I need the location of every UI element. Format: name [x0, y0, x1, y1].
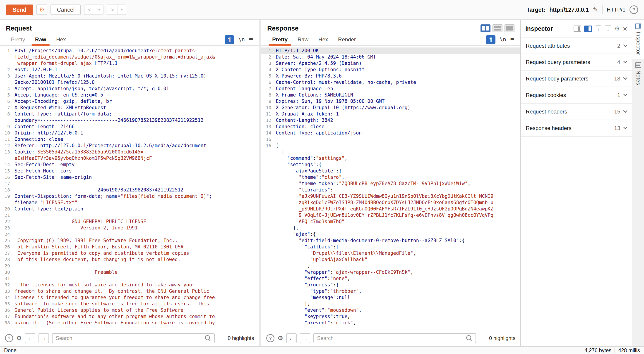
code-line[interactable]: 3Server: Apache/2.4.59 (Debian) — [261, 60, 520, 66]
edit-target-icon[interactable]: ✎ — [593, 6, 598, 13]
tab-request-pretty[interactable]: Pretty — [6, 34, 30, 45]
search-help-icon[interactable]: ? — [266, 334, 274, 342]
newline-toggle-button[interactable]: \n — [500, 36, 506, 43]
code-line[interactable]: "theme":"claro", — [261, 174, 520, 180]
code-line[interactable]: zqRlkgDdlcFWZoISJP8-ZM40dBBQoOrbX7DYsLJ2… — [261, 199, 520, 206]
code-line[interactable]: 35software--to make sure the software is… — [0, 301, 259, 307]
code-line[interactable]: 3User-Agent: Mozilla/5.0 (Macintosh; Int… — [0, 73, 259, 79]
code-line[interactable]: 11Connection: close — [0, 136, 259, 142]
code-line[interactable]: "edit-field-media-document-0-remove-butt… — [261, 237, 520, 244]
inspector-dock-icon[interactable] — [574, 25, 581, 32]
prev-match-button[interactable]: ← — [25, 333, 35, 343]
tab-response-raw[interactable]: Raw — [292, 34, 314, 45]
search-settings-icon[interactable]: ⚙ — [16, 335, 22, 342]
code-line[interactable]: 4X-Content-Type-Options: nosniff — [261, 66, 520, 73]
code-line[interactable]: _pS9HLbR7ROcrPX4f-eqKGrOQ00FAFYFsR7IFZL9… — [261, 206, 520, 212]
back-dropdown-arrow-icon[interactable]: ▾ — [95, 5, 103, 14]
code-line[interactable]: 16[ — [261, 142, 520, 149]
code-line[interactable]: 13Cookie: SESS05d4275ca1538832b5ab92000b… — [0, 149, 259, 155]
code-line[interactable]: "ajaxPageState":{ — [261, 168, 520, 174]
send-settings-button[interactable]: ⚙ — [36, 4, 47, 15]
code-line[interactable]: filename="LICENSE.txt" — [0, 199, 259, 206]
code-line[interactable]: field_media_document/widget/0&ajax_form=… — [0, 54, 259, 60]
code-line[interactable]: 17 — [0, 180, 259, 187]
code-line[interactable]: 25 Copyright (C) 1989, 1991 Free Softwar… — [0, 237, 259, 244]
tab-response-hex[interactable]: Hex — [314, 34, 333, 45]
next-match-button[interactable]: → — [38, 333, 49, 343]
tab-request-raw[interactable]: Raw — [30, 34, 51, 45]
code-line[interactable]: 10Origin: http://127.0.0.1 — [0, 130, 259, 136]
request-search-box[interactable] — [52, 333, 215, 343]
code-line[interactable]: { — [261, 149, 520, 155]
inspector-section-request-body-parameters[interactable]: Request body parameters 18 — [521, 71, 632, 87]
newline-toggle-button[interactable]: \n — [238, 36, 245, 43]
send-button[interactable]: Send — [6, 4, 33, 15]
expand-all-icon[interactable]: ↓ — [604, 25, 612, 32]
code-line[interactable]: "callback":[ — [261, 244, 520, 250]
code-line[interactable]: 38using it. (Some other Free Software Fo… — [0, 320, 259, 326]
code-line[interactable]: 9Expires: Sun, 19 Nov 1978 05:00:00 GMT — [261, 98, 520, 104]
nonprintable-toggle-icon[interactable]: ¶ — [225, 35, 234, 44]
code-line[interactable]: 26 51 Franklin Street, Fifth Floor, Bost… — [0, 244, 259, 250]
code-line[interactable]: "theme_token":"ZQDBULqR8_eypZ8eA78_8azcT… — [261, 180, 520, 187]
panel-divider[interactable] — [259, 20, 261, 346]
code-line[interactable]: 30 Preamble — [0, 269, 259, 275]
code-line[interactable]: 18-----------------------------246619078… — [0, 187, 259, 193]
code-line[interactable]: 14Content-Type: application/json — [261, 130, 520, 136]
code-line[interactable]: "keypress":true, — [261, 313, 520, 320]
code-line[interactable]: 37Foundation's software and to any other… — [0, 313, 259, 320]
tab-request-hex[interactable]: Hex — [51, 34, 71, 45]
code-line[interactable]: "eJx9UNFuwzAI_CE3-YZ9SUUIWdmw8Qyu1n19nSp… — [261, 193, 520, 199]
code-line[interactable]: 16Sec-Fetch-Site: same-origin — [0, 174, 259, 180]
code-line[interactable]: 1POST /Projects/drupal-10.2.6/media/add/… — [0, 47, 259, 54]
prev-match-button[interactable]: ← — [286, 333, 297, 343]
code-line[interactable]: 5Accept-Language: en-US,en;q=0.5 — [0, 92, 259, 98]
inspector-section-request-attributes[interactable]: Request attributes 2 — [521, 37, 632, 54]
inspector-settings-icon[interactable]: ⚙ — [614, 25, 620, 32]
code-line[interactable]: 28 of this license document, but changin… — [0, 256, 259, 263]
search-help-icon[interactable]: ? — [5, 334, 13, 342]
response-search-box[interactable] — [314, 333, 476, 343]
forward-dropdown-arrow-icon[interactable]: ▾ — [118, 5, 126, 14]
code-line[interactable]: 19Content-Disposition: form-data; name="… — [0, 193, 259, 199]
code-line[interactable]: eIsHfaaETVr3av95yvbqQhzn0kom1P5wPcNSqB2V… — [0, 155, 259, 162]
layout-rows-button[interactable] — [492, 24, 502, 32]
response-search-input[interactable] — [317, 335, 466, 341]
code-line[interactable]: "type":"throbber", — [261, 288, 520, 294]
code-line[interactable]: Gecko/20100101 Firefox/125.0 — [0, 79, 259, 85]
next-match-button[interactable]: → — [300, 333, 310, 343]
code-line[interactable]: boundary=---------------------------2466… — [0, 117, 259, 123]
code-line[interactable]: 8X-Frame-Options: SAMEORIGIN — [261, 92, 520, 98]
code-line[interactable]: 13Connection: close — [261, 123, 520, 130]
code-line[interactable]: 33freedom to share and change it. By con… — [0, 288, 259, 294]
code-line[interactable]: "progress":{ — [261, 282, 520, 288]
code-line[interactable]: 27 Everyone is permitted to copy and dis… — [0, 250, 259, 256]
code-line[interactable]: ], — [261, 263, 520, 269]
cancel-button[interactable]: Cancel — [50, 4, 81, 15]
code-line[interactable]: "message":null — [261, 294, 520, 301]
code-line[interactable]: 24 — [0, 231, 259, 237]
nonprintable-toggle-icon[interactable]: ¶ — [486, 35, 496, 44]
code-line[interactable]: "effect":"none", — [261, 275, 520, 282]
code-line[interactable]: "command":"settings", — [261, 155, 520, 162]
code-line[interactable]: 7X-Requested-With: XMLHttpRequest — [0, 104, 259, 111]
search-settings-icon[interactable]: ⚙ — [278, 335, 283, 342]
inspector-dock-active-icon[interactable] — [584, 25, 592, 32]
collapse-all-icon[interactable]: ↑ — [595, 25, 602, 32]
inspector-close-icon[interactable]: × — [623, 25, 627, 32]
code-line[interactable]: "event":"mousedown", — [261, 307, 520, 313]
code-line[interactable]: 8Content-Type: multipart/form-data; — [0, 111, 259, 117]
code-line[interactable]: 9_VQqLf0-JjUEwn8U1ov0EY_rZPBLJ1Yc7KLFsfq… — [261, 212, 520, 218]
code-line[interactable]: "prevent":"click", — [261, 320, 520, 326]
layout-single-button[interactable] — [504, 24, 514, 32]
code-line[interactable]: 5X-Powered-By: PHP/8.3.6 — [261, 73, 520, 79]
code-line[interactable]: 22 GNU GENERAL PUBLIC LICENSE — [0, 218, 259, 225]
code-line[interactable]: 10X-Generator: Drupal 10 (https://www.dr… — [261, 104, 520, 111]
dock-tab-inspector[interactable]: Inspector — [632, 20, 644, 59]
code-line[interactable]: 12Content-Length: 3842 — [261, 117, 520, 123]
code-line[interactable]: 7Content-language: en — [261, 85, 520, 92]
editor-menu-icon[interactable]: ≡ — [249, 36, 253, 43]
inspector-section-request-cookies[interactable]: Request cookies 1 — [521, 87, 632, 104]
code-line[interactable]: _wrapper_format=drupal_ajax HTTP/1.1 — [0, 60, 259, 66]
code-line[interactable]: 12Referer: http://127.0.0.1/Projects/dru… — [0, 142, 259, 149]
